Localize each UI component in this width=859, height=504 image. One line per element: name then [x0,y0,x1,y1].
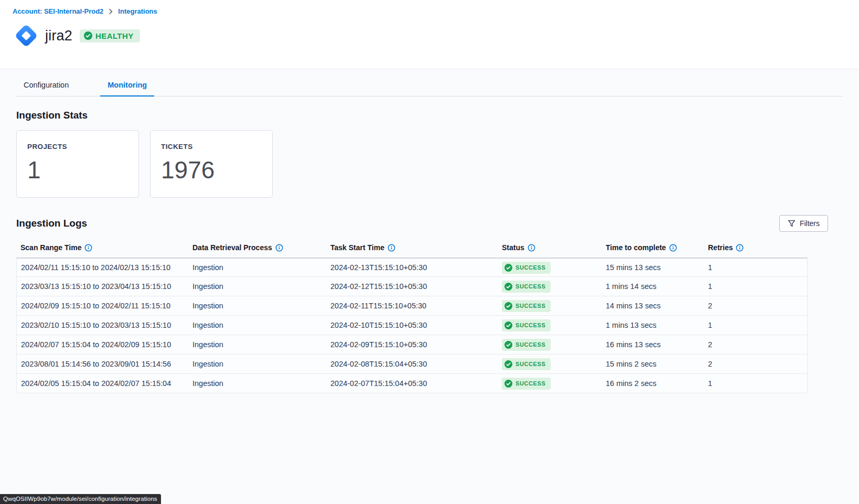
process-cell: Ingestion [188,277,326,296]
ingestion-logs-header-row: Ingestion Logs Filters [16,215,843,232]
tab-monitoring-label: Monitoring [108,81,147,89]
time-to-complete-cell: 1 mins 14 secs [602,277,704,296]
task-start-cell: 2024-02-07T15:15:04+05:30 [326,374,498,393]
time-to-complete-cell: 1 mins 13 secs [602,316,704,335]
log-row: 2023/03/13 15:15:10 to 2023/04/13 15:15:… [16,277,808,296]
status-badge: SUCCESS [502,281,551,293]
logs-table-body: 2024/02/11 15:15:10 to 2024/02/13 15:15:… [16,258,808,393]
filters-button[interactable]: Filters [779,215,828,232]
scan-range-cell: 2024/02/11 15:15:10 to 2024/02/13 15:15:… [16,258,188,277]
time-to-complete-cell: 14 mins 13 secs [602,296,704,316]
log-row: 2024/02/09 15:15:10 to 2024/02/11 15:15:… [16,296,808,316]
stat-value: 1976 [161,156,262,184]
log-row: 2024/02/05 15:15:04 to 2024/02/07 15:15:… [16,374,808,393]
check-circle-icon [504,283,512,291]
time-to-complete-cell: 15 mins 13 secs [602,258,704,277]
stat-card-projects: PROJECTS 1 [16,130,139,198]
check-circle-icon [504,321,512,329]
scan-range-cell: 2024/02/07 15:15:04 to 2024/02/09 15:15:… [16,335,188,355]
info-icon[interactable] [84,244,92,252]
process-cell: Ingestion [188,316,326,335]
stat-value: 1 [27,156,128,184]
retries-cell: 2 [704,355,808,374]
retries-cell: 2 [704,335,808,355]
status-label: SUCCESS [516,283,545,289]
retries-cell: 1 [704,316,808,335]
tab-monitoring[interactable]: Monitoring [100,76,154,96]
retries-cell: 1 [704,374,808,393]
time-to-complete-cell: 15 mins 2 secs [602,355,704,374]
check-circle-icon [504,380,512,388]
filter-funnel-icon [788,220,796,228]
status-label: SUCCESS [516,341,545,348]
task-start-cell: 2024-02-12T15:15:10+05:30 [326,277,498,296]
info-icon[interactable] [388,244,395,252]
info-icon[interactable] [528,244,535,252]
time-to-complete-cell: 16 mins 13 secs [602,335,704,355]
chevron-right-icon [108,8,114,15]
check-circle-icon [504,360,512,368]
ingestion-logs-heading: Ingestion Logs [16,218,87,229]
ingestion-stats-cards: PROJECTS 1 TICKETS 1976 [16,130,843,198]
status-cell: SUCCESS [498,316,602,335]
process-cell: Ingestion [188,258,326,277]
page-header: Account: SEI-Internal-Prod2 Integrations… [0,0,859,69]
status-cell: SUCCESS [498,258,602,277]
logs-table-header-row: Scan Range TimeData Retrieval ProcessTas… [16,238,808,258]
check-circle-icon [84,31,92,40]
column-header-label: Task Start Time [330,243,384,252]
scan-range-cell: 2024/02/05 15:15:04 to 2024/02/07 15:15:… [16,374,188,393]
scan-range-cell: 2023/08/01 15:14:56 to 2023/09/01 15:14:… [16,355,188,374]
filters-button-label: Filters [800,219,820,228]
breadcrumb: Account: SEI-Internal-Prod2 Integrations [13,7,846,15]
health-status-label: HEALTHY [95,31,134,40]
time-to-complete-cell: 16 mins 2 secs [602,374,704,393]
log-row: 2023/02/10 15:15:10 to 2023/03/13 15:15:… [16,316,808,335]
status-badge: SUCCESS [502,319,551,331]
column-header-label: Data Retrieval Process [192,243,272,252]
column-header: Data Retrieval Process [188,238,326,258]
task-start-cell: 2024-02-11T15:15:10+05:30 [326,296,498,316]
log-row: 2024/02/07 15:15:04 to 2024/02/09 15:15:… [16,335,808,355]
jira-logo-icon [13,22,40,49]
process-cell: Ingestion [188,335,326,355]
info-icon[interactable] [275,244,283,252]
column-header-label: Time to complete [606,243,666,252]
status-label: SUCCESS [516,264,545,271]
column-header: Scan Range Time [16,238,188,258]
status-cell: SUCCESS [498,277,602,296]
column-header: Status [498,238,602,258]
stat-label: PROJECTS [27,143,128,151]
task-start-cell: 2024-02-13T15:15:10+05:30 [326,258,498,277]
breadcrumb-account-link[interactable]: Account: SEI-Internal-Prod2 [13,7,103,15]
status-badge: SUCCESS [502,300,551,312]
status-badge: SUCCESS [502,262,551,274]
info-icon[interactable] [736,244,744,252]
main-content: Configuration Monitoring Ingestion Stats… [0,69,859,504]
tabs: Configuration Monitoring [16,69,843,96]
tab-configuration[interactable]: Configuration [16,76,76,96]
info-icon[interactable] [669,244,677,252]
tab-configuration-label: Configuration [24,81,69,89]
scan-range-cell: 2024/02/09 15:15:10 to 2024/02/11 15:15:… [16,296,188,316]
status-cell: SUCCESS [498,335,602,355]
column-header: Time to complete [602,238,704,258]
process-cell: Ingestion [188,374,326,393]
log-row: 2023/08/01 15:14:56 to 2023/09/01 15:14:… [16,355,808,374]
stat-label: TICKETS [161,143,262,151]
status-badge: SUCCESS [502,339,551,351]
retries-cell: 1 [704,258,808,277]
check-circle-icon [504,341,512,349]
status-label: SUCCESS [516,322,545,328]
status-badge: SUCCESS [502,378,551,390]
breadcrumb-integrations-link[interactable]: Integrations [118,7,157,15]
integration-title-row: jira2 HEALTHY [13,22,846,49]
status-label: SUCCESS [516,303,545,309]
check-circle-icon [504,302,512,310]
scan-range-cell: 2023/03/13 15:15:10 to 2023/04/13 15:15:… [16,277,188,296]
process-cell: Ingestion [188,355,326,374]
retries-cell: 1 [704,277,808,296]
column-header: Retries [704,238,808,258]
health-status-badge: HEALTHY [80,29,140,42]
status-bar-url-hint: QwqOSIIWp9ob7w/module/sei/configuration/… [0,494,161,504]
